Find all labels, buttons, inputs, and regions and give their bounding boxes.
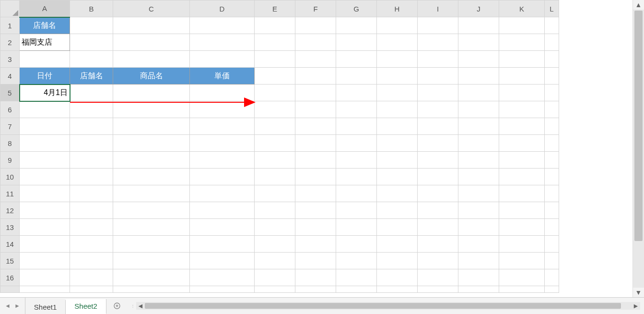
vertical-scroll-thumb[interactable]: [634, 11, 643, 241]
cell-K2[interactable]: [499, 34, 545, 51]
cell-A9[interactable]: [20, 152, 70, 169]
cell-L10[interactable]: [545, 169, 559, 185]
cell-J10[interactable]: [458, 169, 499, 185]
cell-D13[interactable]: [190, 219, 255, 236]
row-header-8[interactable]: 8: [0, 135, 20, 152]
cell-G8[interactable]: [336, 135, 377, 152]
row-header-17[interactable]: [0, 286, 20, 293]
row-header-1[interactable]: 1: [0, 17, 20, 34]
cell-A4[interactable]: 日付: [20, 68, 70, 85]
cell-K15[interactable]: [499, 253, 545, 269]
cell-J4[interactable]: [458, 68, 499, 85]
cell-L15[interactable]: [545, 253, 559, 269]
cell-F2[interactable]: [295, 34, 336, 51]
cell-E7[interactable]: [255, 118, 295, 135]
cell-E16[interactable]: [255, 269, 295, 286]
cell-I12[interactable]: [418, 202, 458, 219]
cell-J6[interactable]: [458, 101, 499, 118]
cell-D2[interactable]: [190, 34, 255, 51]
cell-L3[interactable]: [545, 51, 559, 68]
cell-K17[interactable]: [499, 286, 545, 293]
cell-K6[interactable]: [499, 101, 545, 118]
cell-J2[interactable]: [458, 34, 499, 51]
cell-G12[interactable]: [336, 202, 377, 219]
add-sheet-button[interactable]: [106, 300, 128, 314]
cell-G15[interactable]: [336, 253, 377, 269]
cell-J11[interactable]: [458, 185, 499, 202]
cell-K9[interactable]: [499, 152, 545, 169]
cell-E6[interactable]: [255, 101, 295, 118]
cell-D7[interactable]: [190, 118, 255, 135]
cell-G6[interactable]: [336, 101, 377, 118]
cell-K1[interactable]: [499, 17, 545, 34]
row-header-10[interactable]: 10: [0, 169, 20, 185]
cell-A5[interactable]: 4月1日: [20, 85, 70, 101]
cell-G4[interactable]: [336, 68, 377, 85]
cell-D6[interactable]: [190, 101, 255, 118]
cell-K8[interactable]: [499, 135, 545, 152]
cell-F17[interactable]: [295, 286, 336, 293]
cell-L13[interactable]: [545, 219, 559, 236]
cell-A12[interactable]: [20, 202, 70, 219]
cell-A14[interactable]: [20, 236, 70, 253]
cell-C4[interactable]: 商品名: [113, 68, 190, 85]
cell-F16[interactable]: [295, 269, 336, 286]
cell-H14[interactable]: [377, 236, 418, 253]
scroll-right-button[interactable]: ►: [632, 302, 640, 310]
cell-F7[interactable]: [295, 118, 336, 135]
cell-D8[interactable]: [190, 135, 255, 152]
cell-I10[interactable]: [418, 169, 458, 185]
cell-E5[interactable]: [255, 85, 295, 101]
scroll-down-button[interactable]: ▼: [633, 288, 644, 297]
cell-E13[interactable]: [255, 219, 295, 236]
cell-K7[interactable]: [499, 118, 545, 135]
cell-J12[interactable]: [458, 202, 499, 219]
column-header-I[interactable]: I: [418, 0, 458, 17]
cell-B1[interactable]: [70, 17, 113, 34]
cell-I4[interactable]: [418, 68, 458, 85]
sheet-tab-sheet2[interactable]: Sheet2: [66, 299, 106, 314]
cell-J1[interactable]: [458, 17, 499, 34]
cell-E2[interactable]: [255, 34, 295, 51]
column-header-A[interactable]: A: [20, 0, 70, 17]
cell-L9[interactable]: [545, 152, 559, 169]
cell-L16[interactable]: [545, 269, 559, 286]
cell-F6[interactable]: [295, 101, 336, 118]
cell-F11[interactable]: [295, 185, 336, 202]
cell-E8[interactable]: [255, 135, 295, 152]
cell-J15[interactable]: [458, 253, 499, 269]
cell-L11[interactable]: [545, 185, 559, 202]
cell-I2[interactable]: [418, 34, 458, 51]
cell-L8[interactable]: [545, 135, 559, 152]
cell-J9[interactable]: [458, 152, 499, 169]
cell-C9[interactable]: [113, 152, 190, 169]
row-header-11[interactable]: 11: [0, 185, 20, 202]
cell-B4[interactable]: 店舗名: [70, 68, 113, 85]
cell-K16[interactable]: [499, 269, 545, 286]
row-header-5[interactable]: 5: [0, 85, 20, 101]
cell-G11[interactable]: [336, 185, 377, 202]
cell-H9[interactable]: [377, 152, 418, 169]
cell-D5[interactable]: [190, 85, 255, 101]
cell-A10[interactable]: [20, 169, 70, 185]
cell-J17[interactable]: [458, 286, 499, 293]
cell-K4[interactable]: [499, 68, 545, 85]
cell-B17[interactable]: [70, 286, 113, 293]
cell-I8[interactable]: [418, 135, 458, 152]
cell-K14[interactable]: [499, 236, 545, 253]
scroll-up-button[interactable]: ▲: [633, 0, 644, 10]
column-header-G[interactable]: G: [336, 0, 377, 17]
cell-F5[interactable]: [295, 85, 336, 101]
cell-A1[interactable]: 店舗名: [20, 17, 70, 34]
cell-I1[interactable]: [418, 17, 458, 34]
cell-F15[interactable]: [295, 253, 336, 269]
cell-H8[interactable]: [377, 135, 418, 152]
cell-C6[interactable]: [113, 101, 190, 118]
column-header-C[interactable]: C: [113, 0, 190, 17]
cell-B9[interactable]: [70, 152, 113, 169]
cell-E9[interactable]: [255, 152, 295, 169]
row-header-15[interactable]: 15: [0, 253, 20, 269]
cell-H11[interactable]: [377, 185, 418, 202]
column-header-K[interactable]: K: [499, 0, 545, 17]
cell-K5[interactable]: [499, 85, 545, 101]
